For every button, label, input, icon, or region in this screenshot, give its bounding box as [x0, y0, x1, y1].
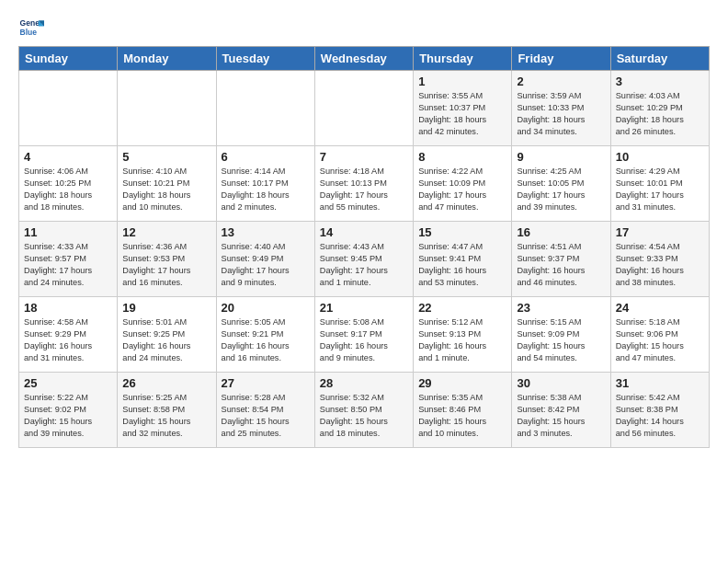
day-info: Sunrise: 3:59 AM Sunset: 10:33 PM Daylig… — [517, 90, 605, 138]
day-number: 27 — [222, 376, 310, 390]
header-day-tuesday: Tuesday — [216, 47, 314, 71]
header-row: SundayMondayTuesdayWednesdayThursdayFrid… — [19, 47, 710, 71]
day-info: Sunrise: 5:22 AM Sunset: 9:02 PM Dayligh… — [24, 392, 112, 440]
day-cell: 9Sunrise: 4:25 AM Sunset: 10:05 PM Dayli… — [512, 146, 610, 222]
day-number: 23 — [517, 301, 605, 315]
day-number: 19 — [122, 301, 210, 315]
day-cell: 27Sunrise: 5:28 AM Sunset: 8:54 PM Dayli… — [216, 373, 314, 448]
day-number: 4 — [24, 150, 112, 164]
day-info: Sunrise: 5:35 AM Sunset: 8:46 PM Dayligh… — [418, 392, 506, 440]
header-day-friday: Friday — [512, 47, 610, 71]
day-info: Sunrise: 4:40 AM Sunset: 9:49 PM Dayligh… — [222, 241, 310, 289]
day-cell: 14Sunrise: 4:43 AM Sunset: 9:45 PM Dayli… — [314, 222, 413, 297]
calendar-table: SundayMondayTuesdayWednesdayThursdayFrid… — [18, 46, 710, 448]
day-cell: 2Sunrise: 3:59 AM Sunset: 10:33 PM Dayli… — [512, 71, 610, 146]
day-cell: 15Sunrise: 4:47 AM Sunset: 9:41 PM Dayli… — [414, 222, 512, 297]
day-info: Sunrise: 4:14 AM Sunset: 10:17 PM Daylig… — [222, 166, 310, 213]
day-info: Sunrise: 5:12 AM Sunset: 9:13 PM Dayligh… — [418, 316, 506, 364]
day-cell: 10Sunrise: 4:29 AM Sunset: 10:01 PM Dayl… — [610, 146, 709, 222]
day-number: 15 — [418, 225, 506, 239]
day-info: Sunrise: 3:55 AM Sunset: 10:37 PM Daylig… — [418, 90, 506, 138]
day-info: Sunrise: 4:58 AM Sunset: 9:29 PM Dayligh… — [24, 316, 112, 364]
week-row-2: 4Sunrise: 4:06 AM Sunset: 10:25 PM Dayli… — [19, 146, 710, 222]
day-info: Sunrise: 4:22 AM Sunset: 10:09 PM Daylig… — [418, 166, 506, 213]
day-cell: 23Sunrise: 5:15 AM Sunset: 9:09 PM Dayli… — [512, 297, 610, 373]
day-number: 10 — [616, 150, 704, 164]
day-cell: 29Sunrise: 5:35 AM Sunset: 8:46 PM Dayli… — [414, 373, 512, 448]
day-info: Sunrise: 4:10 AM Sunset: 10:21 PM Daylig… — [122, 166, 210, 213]
day-number: 1 — [418, 75, 506, 88]
day-info: Sunrise: 4:47 AM Sunset: 9:41 PM Dayligh… — [418, 241, 506, 289]
day-info: Sunrise: 5:18 AM Sunset: 9:06 PM Dayligh… — [616, 316, 704, 364]
day-info: Sunrise: 4:51 AM Sunset: 9:37 PM Dayligh… — [517, 241, 605, 289]
day-cell: 5Sunrise: 4:10 AM Sunset: 10:21 PM Dayli… — [118, 146, 216, 222]
svg-text:Blue: Blue — [20, 28, 38, 37]
day-cell — [314, 71, 413, 146]
day-number: 7 — [320, 150, 408, 164]
day-cell: 16Sunrise: 4:51 AM Sunset: 9:37 PM Dayli… — [512, 222, 610, 297]
week-row-5: 25Sunrise: 5:22 AM Sunset: 9:02 PM Dayli… — [19, 373, 710, 448]
week-row-1: 1Sunrise: 3:55 AM Sunset: 10:37 PM Dayli… — [19, 71, 710, 146]
day-info: Sunrise: 4:43 AM Sunset: 9:45 PM Dayligh… — [320, 241, 408, 289]
day-info: Sunrise: 4:25 AM Sunset: 10:05 PM Daylig… — [517, 166, 605, 213]
day-number: 30 — [517, 376, 605, 390]
day-cell — [216, 71, 314, 146]
day-cell: 17Sunrise: 4:54 AM Sunset: 9:33 PM Dayli… — [610, 222, 709, 297]
day-number: 13 — [222, 225, 310, 239]
day-number: 14 — [320, 225, 408, 239]
day-cell: 1Sunrise: 3:55 AM Sunset: 10:37 PM Dayli… — [414, 71, 512, 146]
day-cell: 7Sunrise: 4:18 AM Sunset: 10:13 PM Dayli… — [314, 146, 413, 222]
day-cell: 4Sunrise: 4:06 AM Sunset: 10:25 PM Dayli… — [19, 146, 118, 222]
day-cell: 21Sunrise: 5:08 AM Sunset: 9:17 PM Dayli… — [314, 297, 413, 373]
day-number: 20 — [222, 301, 310, 315]
day-number: 29 — [418, 376, 506, 390]
header-day-monday: Monday — [118, 47, 216, 71]
day-cell: 18Sunrise: 4:58 AM Sunset: 9:29 PM Dayli… — [19, 297, 118, 373]
day-cell: 12Sunrise: 4:36 AM Sunset: 9:53 PM Dayli… — [118, 222, 216, 297]
day-number: 9 — [517, 150, 605, 164]
day-number: 18 — [24, 301, 112, 315]
day-info: Sunrise: 5:08 AM Sunset: 9:17 PM Dayligh… — [320, 316, 408, 364]
day-cell — [118, 71, 216, 146]
header-day-thursday: Thursday — [414, 47, 512, 71]
logo-icon: General Blue — [18, 15, 44, 40]
day-cell: 31Sunrise: 5:42 AM Sunset: 8:38 PM Dayli… — [610, 373, 709, 448]
day-info: Sunrise: 4:29 AM Sunset: 10:01 PM Daylig… — [616, 166, 704, 213]
header: General Blue — [18, 15, 710, 40]
day-cell: 19Sunrise: 5:01 AM Sunset: 9:25 PM Dayli… — [118, 297, 216, 373]
day-info: Sunrise: 5:01 AM Sunset: 9:25 PM Dayligh… — [122, 316, 210, 364]
header-day-sunday: Sunday — [19, 47, 118, 71]
day-number: 3 — [616, 75, 704, 88]
day-number: 24 — [616, 301, 704, 315]
day-info: Sunrise: 4:03 AM Sunset: 10:29 PM Daylig… — [616, 90, 704, 138]
page: General Blue SundayMondayTuesdayWednesda… — [0, 0, 728, 457]
week-row-4: 18Sunrise: 4:58 AM Sunset: 9:29 PM Dayli… — [19, 297, 710, 373]
day-number: 26 — [122, 376, 210, 390]
day-cell: 30Sunrise: 5:38 AM Sunset: 8:42 PM Dayli… — [512, 373, 610, 448]
day-number: 2 — [517, 75, 605, 88]
day-cell: 28Sunrise: 5:32 AM Sunset: 8:50 PM Dayli… — [314, 373, 413, 448]
logo: General Blue — [18, 15, 44, 40]
day-number: 31 — [616, 376, 704, 390]
day-cell: 11Sunrise: 4:33 AM Sunset: 9:57 PM Dayli… — [19, 222, 118, 297]
day-info: Sunrise: 5:25 AM Sunset: 8:58 PM Dayligh… — [122, 392, 210, 440]
week-row-3: 11Sunrise: 4:33 AM Sunset: 9:57 PM Dayli… — [19, 222, 710, 297]
day-number: 28 — [320, 376, 408, 390]
day-info: Sunrise: 5:42 AM Sunset: 8:38 PM Dayligh… — [616, 392, 704, 440]
day-info: Sunrise: 5:28 AM Sunset: 8:54 PM Dayligh… — [222, 392, 310, 440]
header-day-wednesday: Wednesday — [314, 47, 413, 71]
day-cell: 25Sunrise: 5:22 AM Sunset: 9:02 PM Dayli… — [19, 373, 118, 448]
day-cell: 20Sunrise: 5:05 AM Sunset: 9:21 PM Dayli… — [216, 297, 314, 373]
day-number: 21 — [320, 301, 408, 315]
day-number: 17 — [616, 225, 704, 239]
day-cell: 24Sunrise: 5:18 AM Sunset: 9:06 PM Dayli… — [610, 297, 709, 373]
day-number: 12 — [122, 225, 210, 239]
day-info: Sunrise: 4:54 AM Sunset: 9:33 PM Dayligh… — [616, 241, 704, 289]
header-day-saturday: Saturday — [610, 47, 709, 71]
day-info: Sunrise: 5:38 AM Sunset: 8:42 PM Dayligh… — [517, 392, 605, 440]
day-cell: 8Sunrise: 4:22 AM Sunset: 10:09 PM Dayli… — [414, 146, 512, 222]
day-cell: 22Sunrise: 5:12 AM Sunset: 9:13 PM Dayli… — [414, 297, 512, 373]
day-info: Sunrise: 4:36 AM Sunset: 9:53 PM Dayligh… — [122, 241, 210, 289]
day-info: Sunrise: 4:33 AM Sunset: 9:57 PM Dayligh… — [24, 241, 112, 289]
day-info: Sunrise: 5:15 AM Sunset: 9:09 PM Dayligh… — [517, 316, 605, 364]
